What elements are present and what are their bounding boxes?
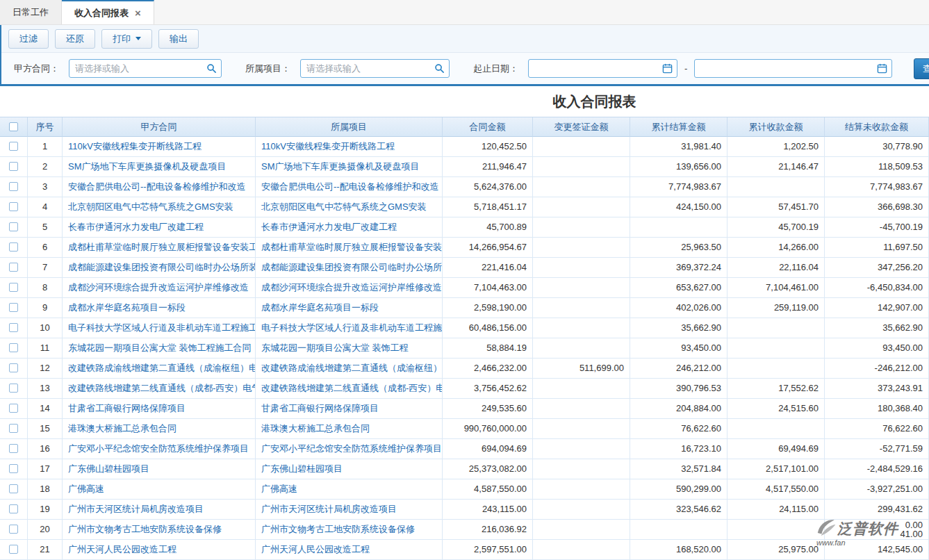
column-header[interactable]: 序号 <box>28 117 63 137</box>
project-link[interactable]: 改建铁路线增建第二线直通线（成都-西安）电 <box>256 379 443 399</box>
party-contract-link[interactable]: 广州市天河区统计局机房改造项目 <box>63 500 256 520</box>
project-link[interactable]: 电子科技大学区域人行道及非机动车道工程施工 <box>256 318 443 338</box>
print-button[interactable]: 打印 <box>101 29 152 49</box>
project-link[interactable]: 长春市伊通河水力发电厂改建工程 <box>256 217 443 238</box>
row-checkbox[interactable] <box>9 484 18 493</box>
project-link[interactable]: 广州天河人民公园改造工程 <box>256 540 443 560</box>
column-header[interactable]: 合同金额 <box>443 117 533 137</box>
row-checkbox[interactable] <box>9 222 18 231</box>
row-checkbox[interactable] <box>9 182 18 191</box>
row-checkbox[interactable] <box>9 444 18 453</box>
party-contract-link[interactable]: SM广场地下车库更换摄像机及硬盘项目 <box>63 157 256 177</box>
row-checkbox[interactable] <box>9 323 18 332</box>
project-link[interactable]: 广州市天河区统计局机房改造项目 <box>256 500 443 520</box>
search-icon[interactable] <box>206 63 217 76</box>
column-header[interactable]: 累计结算金额 <box>630 117 727 137</box>
column-header[interactable]: 累计收款金额 <box>727 117 825 137</box>
project-link[interactable]: 甘肃省工商银行网络保障项目 <box>256 399 443 419</box>
party-contract-link[interactable]: 长春市伊通河水力发电厂改建工程 <box>63 217 256 238</box>
party-contract-link[interactable]: 成都能源建设集团投资有限公司临时办公场所装修工程 <box>63 258 256 278</box>
row-checkbox[interactable] <box>9 162 18 171</box>
row-checkbox[interactable] <box>9 303 18 312</box>
party-contract-link[interactable]: 港珠澳大桥施工总承包合同 <box>63 419 256 439</box>
output-button[interactable]: 输出 <box>158 29 199 49</box>
party-contract-link[interactable]: 广州市文物考古工地安防系统设备保修 <box>63 520 256 540</box>
contract-amount-cell: 60,486,156.00 <box>443 318 533 338</box>
party-contract-link[interactable]: 电子科技大学区域人行道及非机动车道工程施工 <box>63 318 256 338</box>
settled-amount-cell <box>630 520 727 540</box>
row-checkbox[interactable] <box>9 384 18 393</box>
query-button[interactable]: 查询 <box>914 58 929 79</box>
party-contract-link[interactable]: 广州天河人民公园改造工程 <box>63 540 256 560</box>
checkbox-cell <box>0 419 28 439</box>
project-link[interactable]: 广佛高速 <box>256 479 443 500</box>
party-contract-link[interactable]: 成都杜甫草堂临时展厅独立展柜报警设备安装工程 <box>63 238 256 258</box>
project-input[interactable] <box>300 59 450 78</box>
row-checkbox[interactable] <box>9 263 18 272</box>
tab-close-icon[interactable]: × <box>135 8 141 18</box>
project-link[interactable]: 改建铁路成渝线增建第二直通线（成渝枢纽） <box>256 359 443 379</box>
select-all-checkbox[interactable] <box>9 122 18 131</box>
calendar-icon[interactable] <box>877 63 887 76</box>
party-contract-input[interactable] <box>69 59 222 78</box>
date-to-box <box>694 59 892 78</box>
party-contract-link[interactable]: 成都沙河环境综合提升改造运河护岸维修改造 <box>63 278 256 298</box>
project-link[interactable]: 北京朝阳区电气中芯特气系统之GMS安装 <box>256 197 443 217</box>
row-checkbox[interactable] <box>9 142 18 151</box>
settled-amount-cell: 246,212.00 <box>630 359 727 379</box>
column-header[interactable]: 结算未收款金额 <box>825 117 929 137</box>
row-checkbox[interactable] <box>9 202 18 211</box>
project-link[interactable]: 广安邓小平纪念馆安全防范系统维护保养项目 <box>256 439 443 459</box>
restore-button[interactable]: 还原 <box>55 29 95 49</box>
table-row: 16 广安邓小平纪念馆安全防范系统维护保养项目 广安邓小平纪念馆安全防范系统维护… <box>0 439 929 459</box>
received-amount-cell: 21,146.47 <box>727 157 825 177</box>
party-contract-link[interactable]: 广佛高速 <box>63 479 256 500</box>
project-link[interactable]: 广州市文物考古工地安防系统设备保修 <box>256 520 443 540</box>
calendar-icon[interactable] <box>662 63 673 76</box>
row-checkbox[interactable] <box>9 283 18 292</box>
party-contract-link[interactable]: 改建铁路线增建第二线直通线（成都-西安）电气化 <box>63 379 256 399</box>
column-header[interactable]: 所属项目 <box>256 117 443 137</box>
project-link[interactable]: 港珠澳大桥施工总承包合同 <box>256 419 443 439</box>
row-number: 7 <box>28 258 63 278</box>
party-contract-link[interactable]: 安徽合肥供电公司--配电设备检修维护和改造 <box>63 177 256 197</box>
row-checkbox[interactable] <box>9 545 18 554</box>
party-contract-link[interactable]: 110kV安徽线程集变开断线路工程 <box>63 137 256 157</box>
party-contract-link[interactable]: 甘肃省工商银行网络保障项目 <box>63 399 256 419</box>
project-link[interactable]: 成都沙河环境综合提升改造运河护岸维修改造 <box>256 278 443 298</box>
party-contract-link[interactable]: 广东佛山碧桂园项目 <box>63 459 256 479</box>
settled-amount-cell: 323,546.62 <box>630 500 727 520</box>
tab-income-contract-report[interactable]: 收入合同报表 × <box>62 0 154 24</box>
row-checkbox[interactable] <box>9 525 18 534</box>
filter-button[interactable]: 过滤 <box>8 29 49 49</box>
table-row: 19 广州市天河区统计局机房改造项目 广州市天河区统计局机房改造项目 243,1… <box>0 500 929 520</box>
project-link[interactable]: 110kV安徽线程集变开断线路工程 <box>256 137 443 157</box>
party-contract-link[interactable]: 东城花园一期项目公寓大堂 装饰工程施工合同 <box>63 338 256 359</box>
project-link[interactable]: 成都水岸华庭名苑项目一标段 <box>256 298 443 318</box>
project-link[interactable]: 成都杜甫草堂临时展厅独立展柜报警设备安装工程 <box>256 238 443 258</box>
column-header[interactable]: 甲方合同 <box>63 117 256 137</box>
party-contract-link[interactable]: 改建铁路成渝线增建第二直通线（成渝枢纽）电气化 <box>63 359 256 379</box>
unpaid-amount-cell: 142,907.00 <box>825 298 929 318</box>
tab-daily-work[interactable]: 日常工作 <box>0 0 62 24</box>
project-link[interactable]: 成都能源建设集团投资有限公司临时办公场所装修 <box>256 258 443 278</box>
row-checkbox[interactable] <box>9 464 18 473</box>
project-link[interactable]: 安徽合肥供电公司--配电设备检修维护和改造 <box>256 177 443 197</box>
row-checkbox[interactable] <box>9 343 18 352</box>
party-contract-link[interactable]: 广安邓小平纪念馆安全防范系统维护保养项目 <box>63 439 256 459</box>
row-checkbox[interactable] <box>9 363 18 372</box>
row-checkbox[interactable] <box>9 404 18 413</box>
row-checkbox[interactable] <box>9 242 18 252</box>
project-link[interactable]: 广东佛山碧桂园项目 <box>256 459 443 479</box>
row-checkbox[interactable] <box>9 504 18 513</box>
date-from-input[interactable] <box>528 59 677 78</box>
row-checkbox[interactable] <box>9 424 18 433</box>
project-link[interactable]: 东城花园一期项目公寓大堂 装饰工程 <box>256 338 443 359</box>
column-header[interactable]: 变更签证金额 <box>533 117 630 137</box>
party-contract-link[interactable]: 成都水岸华庭名苑项目一标段 <box>63 298 256 318</box>
date-to-input[interactable] <box>694 59 892 78</box>
party-contract-link[interactable]: 北京朝阳区电气中芯特气系统之GMS安装 <box>63 197 256 217</box>
project-link[interactable]: SM广场地下车库更换摄像机及硬盘项目 <box>256 157 443 177</box>
settled-amount-cell: 369,372.24 <box>630 258 727 278</box>
search-icon[interactable] <box>434 63 445 76</box>
